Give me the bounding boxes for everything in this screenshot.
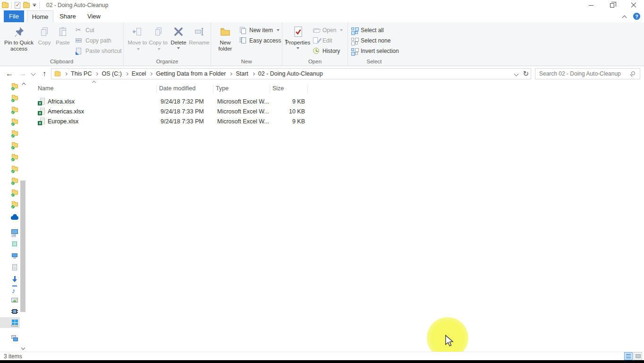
history-button[interactable]: History [313,46,340,56]
sidebar-item-this-pc[interactable] [0,226,20,237]
copy-button[interactable]: Copy [36,25,53,46]
scrollbar-thumb[interactable] [20,181,25,312]
group-label-select: Select [348,59,400,64]
column-header-type[interactable]: Type [213,85,270,93]
new-item-button[interactable]: New item [239,26,280,35]
file-row[interactable]: XAmericas.xlsx9/24/18 7:33 PMMicrosoft E… [28,106,644,116]
sidebar-item-folder-sync[interactable] [0,105,20,116]
column-header-size[interactable]: Size [270,85,308,93]
invert-selection-label: Invert selection [361,48,399,54]
minimize-ribbon-button[interactable] [623,14,626,21]
new-folder-button[interactable]: New folder [214,25,237,52]
recent-locations-button[interactable] [29,67,37,80]
large-icons-view-button[interactable] [634,352,642,360]
status-bar: 3 items [0,352,644,360]
breadcrumb-segment[interactable]: Getting Data from a Folder [156,70,226,77]
folder-sync-icon [10,177,19,186]
open-button[interactable]: Open [313,26,343,35]
breadcrumb-separator-icon [149,72,153,75]
file-type: Microsoft Excel W... [217,108,275,115]
breadcrumb-segment[interactable]: Start [236,70,248,77]
folder-sync-icon [10,118,19,127]
column-header-name[interactable]: Name [35,85,157,93]
help-button[interactable]: ? [633,13,640,20]
cut-button[interactable]: Cut [76,26,94,35]
sidebar-item-folder-sync[interactable] [0,117,20,128]
scroll-down-button[interactable] [20,345,26,351]
minimize-button[interactable] [580,0,602,10]
paste-button[interactable]: Paste [54,25,72,46]
file-row[interactable]: XEurope.xlsx9/24/18 7:33 PMMicrosoft Exc… [28,116,644,126]
sidebar-scrollbar[interactable] [20,81,26,351]
edit-button[interactable]: Edit [313,36,332,45]
breadcrumb-segment[interactable]: OS (C:) [102,70,121,77]
sidebar-item-os-c[interactable] [0,317,20,328]
group-label-clipboard: Clipboard [0,59,123,64]
folder-sync-icon [10,83,19,91]
copy-path-button[interactable]: Copy path [76,36,111,45]
column-header-date-modified[interactable]: Date modified [157,85,213,93]
breadcrumb-segment[interactable]: 02 - Doing Auto-Cleanup [258,70,323,77]
paste-shortcut-button[interactable]: Paste shortcut [76,46,122,56]
search-input[interactable] [539,69,627,78]
chevron-down-icon [177,47,180,49]
easy-access-button[interactable]: Easy access [239,36,288,45]
sidebar-item-3d-objects[interactable] [0,238,20,249]
paste-icon [57,25,68,39]
tab-home[interactable]: Home [27,10,53,22]
select-none-button[interactable]: Select none [351,36,390,45]
chevron-down-icon [297,47,299,49]
sidebar-item-folder-sync[interactable] [0,81,20,92]
back-button[interactable]: ← [5,67,14,80]
sidebar-item-videos[interactable] [0,306,20,317]
tab-file[interactable]: File [4,10,24,22]
sidebar-item-onedrive[interactable] [0,211,20,222]
invert-selection-button[interactable]: Invert selection [351,46,399,56]
sidebar-item-folder-sync[interactable] [0,129,20,139]
properties-button[interactable]: Properties [285,25,311,49]
copy-to-button[interactable]: Copy to [148,25,168,52]
address-bar[interactable]: This PCOS (C:)ExcelGetting Data from a F… [51,68,531,79]
properties-qat-icon[interactable] [15,2,20,9]
select-all-button[interactable]: Select all [351,26,384,35]
sidebar-item-folder-sync[interactable] [0,176,20,187]
breadcrumb-segment[interactable]: This PC [71,70,92,77]
sidebar-item-downloads[interactable] [0,274,20,285]
refresh-icon[interactable]: ↻ [523,69,529,78]
restore-button[interactable] [602,0,623,10]
window-controls [580,0,644,10]
tab-view[interactable]: View [81,10,107,22]
sidebar-item-desktop[interactable] [0,250,20,261]
file-row[interactable]: XAfrica.xlsx9/24/18 7:32 PMMicrosoft Exc… [28,96,644,106]
forward-button[interactable]: → [18,67,27,80]
breadcrumb-segment[interactable]: Excel [132,70,146,77]
delete-button[interactable]: Delete [169,25,188,49]
ribbon: Pin to Quick access Copy Paste Cut C [0,22,644,66]
pictures-icon [10,296,19,304]
customize-qat-chevron-icon[interactable] [33,4,36,7]
videos-icon [10,307,19,316]
breadcrumb-separator-icon [229,72,232,75]
sidebar-item-folder-sync[interactable] [0,199,20,210]
sidebar-item-folder-sync[interactable] [0,140,20,151]
sidebar-item-documents[interactable] [0,262,20,273]
sidebar-item-pictures[interactable] [0,294,20,305]
rename-button[interactable]: Rename [188,25,211,46]
sidebar-item-folder-sync[interactable] [0,152,20,163]
sidebar-item-folder-sync[interactable] [0,164,20,175]
close-button[interactable] [623,0,644,10]
sidebar-item-folder-sync[interactable] [0,93,20,104]
scroll-up-button[interactable] [20,81,26,87]
details-view-button[interactable] [624,352,633,360]
up-button[interactable]: ↑ [40,67,49,80]
navigation-pane [0,80,28,352]
move-to-button[interactable]: Move to [127,25,147,52]
new-folder-qat-icon[interactable] [23,3,30,8]
search-icon[interactable] [631,71,635,75]
tab-share[interactable]: Share [54,10,81,22]
sidebar-item-folder-sync[interactable] [0,188,20,199]
sidebar-item-network[interactable] [0,332,20,343]
pin-to-quick-access-button[interactable]: Pin to Quick access [4,25,34,52]
address-dropdown-chevron-icon[interactable] [514,71,519,76]
chevron-down-icon [340,29,343,31]
